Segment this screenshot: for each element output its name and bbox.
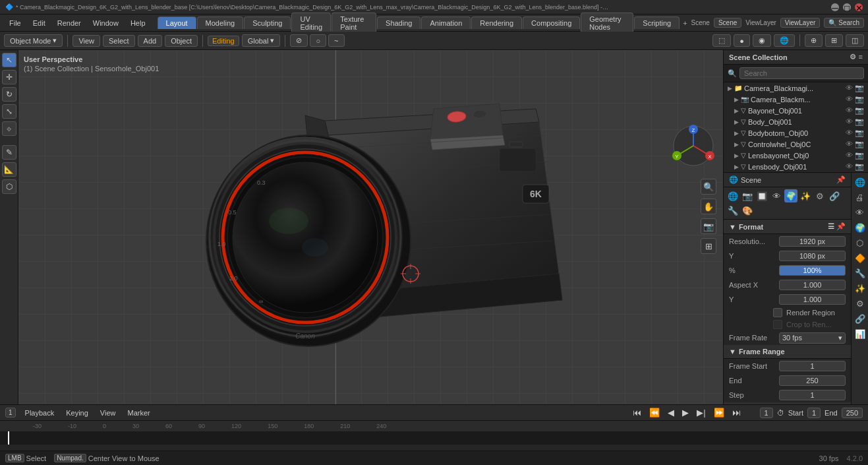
shading-wireframe[interactable]: ⬚ xyxy=(712,34,731,47)
snap-icon-btn[interactable]: ⊘ xyxy=(290,34,308,47)
next-keyframe-btn[interactable]: ⏩ xyxy=(712,408,726,418)
frame-step-value[interactable]: 1 xyxy=(779,390,846,400)
outliner-item-6[interactable]: ▶ ▽ Lensbody_Obj001 👁 📷 xyxy=(724,161,868,172)
prop-tab-modifiers[interactable]: 🔧 xyxy=(726,204,739,217)
outliner-item-3[interactable]: ▶ ▽ Bodybotom_Obj00 👁 📷 xyxy=(724,127,868,139)
frame-end-value[interactable]: 250 xyxy=(779,375,846,386)
tab-rendering[interactable]: Rendering xyxy=(471,16,522,29)
xray-btn[interactable]: ◫ xyxy=(846,34,864,47)
render-region-checkbox[interactable] xyxy=(773,308,782,317)
timeline-track[interactable]: -30 -10 0 30 60 90 120 150 180 210 240 xyxy=(0,421,868,445)
pan-icon-btn[interactable]: ✋ xyxy=(701,199,716,214)
grid-icon-btn[interactable]: ⊞ xyxy=(701,238,716,254)
tool-transform[interactable]: ⟐ xyxy=(2,121,16,136)
crop-render-checkbox[interactable] xyxy=(773,320,782,329)
list-icon[interactable]: ☰ xyxy=(828,222,834,231)
tool-rotate[interactable]: ↻ xyxy=(2,87,16,102)
proportional-btn[interactable]: ○ xyxy=(310,34,326,47)
prop-tab-particles[interactable]: ✨ xyxy=(799,189,812,202)
frame-start-value[interactable]: 1 xyxy=(779,361,846,371)
end-value[interactable]: 250 xyxy=(842,408,863,418)
side-tab-render[interactable]: 🌐 xyxy=(854,175,867,189)
prop-tab-view-icon[interactable]: 👁 xyxy=(770,189,783,202)
side-tab-particles[interactable]: ✨ xyxy=(854,282,867,295)
prop-tab-constraints[interactable]: 🔗 xyxy=(828,189,841,202)
cam-icon[interactable]: 📷 xyxy=(855,117,864,126)
side-tab-modifier[interactable]: 🔧 xyxy=(854,266,867,280)
side-tab-physics[interactable]: ⚙ xyxy=(854,297,867,310)
cam-icon[interactable]: 📷 xyxy=(855,129,864,137)
scene-selector[interactable]: Scene xyxy=(714,18,741,28)
cam-icon[interactable]: 📷 xyxy=(855,95,864,104)
cam-icon[interactable]: 📷 xyxy=(855,140,864,148)
options-icon[interactable]: ⚙ xyxy=(850,53,856,61)
tab-modeling[interactable]: Modeling xyxy=(197,16,244,29)
add-workspace-button[interactable]: + xyxy=(680,18,689,28)
mode-selector[interactable]: Object Mode ▾ xyxy=(4,34,63,47)
zoom-icon-btn[interactable]: 🔍 xyxy=(701,179,716,195)
vis-icon[interactable]: 👁 xyxy=(846,84,853,92)
viewport[interactable]: User Perspective (1) Scene Collection | … xyxy=(18,50,723,404)
start-value[interactable]: 1 xyxy=(807,408,821,418)
tool-select[interactable]: ↖ xyxy=(2,53,16,67)
shading-render[interactable]: 🌐 xyxy=(774,34,795,47)
cam-icon[interactable]: 📷 xyxy=(855,84,864,92)
viewlayer-selector[interactable]: ViewLayer xyxy=(780,18,821,28)
aspect-x-value[interactable]: 1.000 xyxy=(779,280,846,290)
timeline-playback-menu[interactable]: Playback xyxy=(20,408,60,418)
side-tab-constraints[interactable]: 🔗 xyxy=(854,312,867,325)
tab-layout[interactable]: Layout xyxy=(158,16,196,29)
object-menu[interactable]: Object xyxy=(165,35,198,47)
outliner-item-5[interactable]: ▶ ▽ Lensbayonet_Obj0 👁 📷 xyxy=(724,150,868,161)
vis-icon[interactable]: 👁 xyxy=(846,106,853,115)
play-btn[interactable]: ▶ xyxy=(680,408,691,418)
format-section-header[interactable]: ▼ Format ☰ 📌 xyxy=(724,220,851,234)
cam-icon[interactable]: 📷 xyxy=(855,162,864,171)
outliner-item-0[interactable]: ▶ 📷 Camera_Blackm... 👁 📷 xyxy=(724,94,868,105)
vis-icon[interactable]: 👁 xyxy=(846,129,853,137)
view-menu[interactable]: View xyxy=(72,35,100,47)
vis-icon[interactable]: 👁 xyxy=(846,162,853,171)
resolution-pct-value[interactable]: 100% xyxy=(779,265,846,276)
vis-icon[interactable]: 👁 xyxy=(846,151,853,160)
tab-compositing[interactable]: Compositing xyxy=(523,16,580,29)
pin-icon-format[interactable]: 📌 xyxy=(836,222,846,231)
side-tab-data[interactable]: 📊 xyxy=(854,327,867,340)
time-stretching-header[interactable]: ▶ Time Stretching xyxy=(724,402,851,404)
tool-move[interactable]: ✛ xyxy=(2,70,16,84)
jump-end-btn[interactable]: ⏭ xyxy=(730,408,743,418)
minimize-button[interactable]: ─ xyxy=(831,3,839,11)
frame-range-section-header[interactable]: ▼ Frame Range xyxy=(724,345,851,359)
menu-render[interactable]: Render xyxy=(52,18,86,28)
outliner-item-2[interactable]: ▶ ▽ Body_Obj001 👁 📷 xyxy=(724,116,868,127)
close-button[interactable]: ✕ xyxy=(855,3,863,11)
prop-tab-render-icon[interactable]: 📷 xyxy=(741,189,754,202)
timeline-view-menu[interactable]: View xyxy=(95,408,121,418)
gizmo-btn[interactable]: ⊕ xyxy=(805,34,823,47)
vis-icon[interactable]: 👁 xyxy=(846,140,853,148)
side-tab-view[interactable]: 👁 xyxy=(854,206,867,219)
axes-widget[interactable]: Z X Y xyxy=(670,123,716,169)
outliner-item-4[interactable]: ▶ ▽ Controlwhel_Obj0C 👁 📷 xyxy=(724,139,868,150)
add-menu[interactable]: Add xyxy=(138,35,163,47)
outliner-item-collection[interactable]: ▶ 📁 Camera_Blackmagi... 👁 📷 xyxy=(724,82,868,94)
filter-icon[interactable]: ≡ xyxy=(859,53,863,61)
menu-edit[interactable]: Edit xyxy=(28,18,51,28)
side-tab-world[interactable]: ⬡ xyxy=(854,236,867,249)
side-tab-object[interactable]: 🔶 xyxy=(854,251,867,264)
cam-icon[interactable]: 📷 xyxy=(855,151,864,160)
jump-start-btn[interactable]: ⏮ xyxy=(631,408,643,418)
tab-scripting[interactable]: Scripting xyxy=(634,16,680,29)
prop-tab-output-icon[interactable]: 🔲 xyxy=(755,189,768,202)
resolution-y-value[interactable]: 1080 px xyxy=(779,251,846,261)
search-global[interactable]: 🔍 Search xyxy=(824,18,864,28)
transform-selector[interactable]: Global ▾ xyxy=(242,34,281,47)
vis-icon[interactable]: 👁 xyxy=(846,117,853,126)
timeline-keying-menu[interactable]: Keying xyxy=(61,408,94,418)
tool-annotate[interactable]: ✎ xyxy=(2,145,16,160)
tool-measure[interactable]: 📐 xyxy=(2,162,16,177)
tool-scale[interactable]: ⤡ xyxy=(2,104,16,119)
prev-keyframe-btn[interactable]: ⏪ xyxy=(647,408,662,418)
tab-geometry-nodes[interactable]: Geometry Nodes xyxy=(581,13,633,33)
resolution-x-value[interactable]: 1920 px xyxy=(779,236,846,247)
